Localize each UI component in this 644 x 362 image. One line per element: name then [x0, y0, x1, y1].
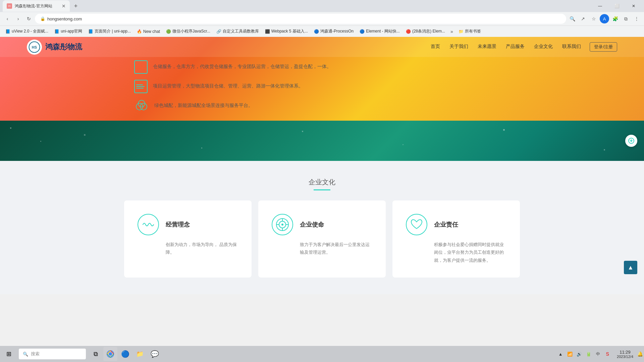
- feature-list: 仓储服务，仓库方方，代收货仓储服务，专业团队运营，仓储管运，盈提仓配，一体。 项…: [0, 57, 644, 121]
- tray-battery-icon[interactable]: 🔋: [585, 350, 593, 358]
- teal-stars: [0, 121, 644, 161]
- card-title-mission: 企业使命: [300, 221, 324, 229]
- close-button[interactable]: ✕: [626, 1, 641, 11]
- culture-card-mission: 企业使命 致力于为客户解决最后一公里发达运输及管理运营。: [258, 200, 386, 278]
- bookmark-tools[interactable]: 🔗 自定义工具函数教库: [214, 27, 262, 36]
- card-text-responsibility: 积极参与社会爱心捐赠同时提供就业岗位，业平台努力为员工创造更好的就，为客户提供一…: [406, 241, 506, 264]
- scroll-top-button[interactable]: ▲: [624, 261, 637, 274]
- bookmark-newchat[interactable]: 🔥 New chat: [134, 27, 163, 36]
- wechat-taskbar-icon[interactable]: 💬: [148, 347, 162, 361]
- notification-button[interactable]: 🔔: [636, 346, 644, 362]
- clock[interactable]: 11:29 2023/12/4: [614, 350, 636, 359]
- active-tab[interactable]: H 鸿森彤物流-官方网站 ✕: [3, 0, 70, 12]
- address-input[interactable]: 🔒 hongsentong.com: [35, 14, 566, 24]
- minimize-button[interactable]: —: [592, 1, 608, 11]
- tray-network-icon[interactable]: 📶: [566, 350, 574, 358]
- clock-time: 11:29: [617, 350, 633, 355]
- nav-vision[interactable]: 未来愿景: [477, 42, 497, 52]
- tray-volume-icon[interactable]: 🔊: [575, 350, 583, 358]
- bookmark-uview[interactable]: 📘 uView 2.0 - 全面赋...: [3, 27, 51, 36]
- system-tray: ▲ 📶 🔊 🔋 中 S: [554, 350, 614, 358]
- list-line-3: [136, 88, 144, 88]
- nav-culture[interactable]: 企业文化: [533, 42, 553, 52]
- feature-item-3: 绿色城配，新能源城配全场景连接与服务平台。: [134, 99, 510, 114]
- nav-about[interactable]: 关于我们: [449, 42, 469, 52]
- login-register-button[interactable]: 登录/注册: [590, 42, 617, 52]
- title-bar: H 鸿森彤物流-官方网站 ✕ + — ⬜ ✕: [0, 0, 644, 12]
- card-header-responsibility: 企业责任: [406, 214, 506, 235]
- bookmark-page-favicon: 📘: [88, 29, 93, 34]
- nav-links: 首页 关于我们 未来愿景 产品服务 企业文化 联系我们 登录/注册: [430, 42, 617, 52]
- task-view-button[interactable]: ⧉: [89, 347, 103, 361]
- bookmark-newchat-favicon: 🔥: [137, 29, 142, 34]
- taskbar-search-icon: 🔍: [23, 352, 28, 357]
- menu-icon[interactable]: ⋮: [632, 14, 641, 23]
- chrome-taskbar-icon[interactable]: [103, 347, 117, 361]
- nav-contact[interactable]: 联系我们: [561, 42, 582, 52]
- card-header-mission: 企业使命: [272, 214, 372, 235]
- bookmark-webpack[interactable]: ⬛ Webpack 5 基础入...: [262, 27, 311, 36]
- taskbar: ⊞ 🔍 搜索 ⧉ 🔵 📁 💬 ▲ 📶 🔊 🔋 中 S 11:29 2023/12…: [0, 346, 644, 362]
- navbar: HS 鸿森彤物流 首页 关于我们 未来愿景 产品服务 企业文化 联系我们 登录/…: [0, 37, 644, 57]
- folder-taskbar-icon[interactable]: 📁: [133, 347, 147, 361]
- logo-text: 鸿森彤物流: [45, 42, 82, 52]
- section-title: 企业文化: [67, 178, 577, 187]
- bookmark-process[interactable]: 🔵 鸿森通-ProcessOn: [311, 27, 356, 36]
- tray-ime-icon[interactable]: S: [603, 350, 611, 358]
- tab-close-button[interactable]: ✕: [62, 3, 66, 9]
- bookmark-star-icon[interactable]: ☆: [589, 14, 598, 23]
- bookmark-uview-favicon: 📘: [5, 29, 10, 34]
- search-box[interactable]: 🔍 搜索: [19, 349, 86, 359]
- address-bar-row: ‹ › ↻ 🔒 hongsentong.com 🔍 ↗ ☆ A 🧩 ⧉ ⋮: [0, 12, 644, 25]
- bookmark-element-label: Element - 网站快...: [366, 28, 400, 34]
- browser-window: H 鸿森彤物流-官方网站 ✕ + — ⬜ ✕ ‹ › ↻ 🔒 hongsento…: [0, 0, 644, 37]
- bookmark-weixin[interactable]: 🟢 微信小程序JavaScr...: [163, 27, 213, 36]
- bookmark-uniapp[interactable]: 📘 uni-app官网: [52, 27, 85, 36]
- new-tab-button[interactable]: +: [71, 1, 80, 11]
- logo-area: HS 鸿森彤物流: [27, 40, 82, 55]
- bookmark-page[interactable]: 📘 页面简介 | uni-app...: [86, 27, 133, 36]
- tray-ime-zh-icon[interactable]: 中: [594, 350, 602, 358]
- bookmark-weixin-favicon: 🟢: [166, 29, 171, 34]
- lock-icon: 🔒: [40, 16, 45, 21]
- target-icon: [272, 214, 293, 235]
- bookmark-process-label: 鸿森通-ProcessOn: [320, 28, 354, 34]
- nav-home[interactable]: 首页: [430, 42, 441, 52]
- more-bookmarks-button[interactable]: »: [448, 27, 455, 36]
- bookmarks-folder[interactable]: 📁 所有书签: [456, 27, 484, 36]
- start-button[interactable]: ⊞: [0, 346, 17, 362]
- float-action-button[interactable]: [625, 135, 637, 147]
- tray-up-arrow-icon[interactable]: ▲: [556, 350, 565, 358]
- forward-button[interactable]: ›: [13, 14, 23, 23]
- website-content: HS 鸿森彤物流 首页 关于我们 未来愿景 产品服务 企业文化 联系我们 登录/…: [0, 37, 644, 294]
- search-icon[interactable]: 🔍: [568, 14, 577, 23]
- feature-icon-circles: [134, 99, 149, 114]
- svg-point-16: [109, 352, 112, 356]
- feature-text-3: 绿色城配，新能源城配全场景连接与服务平台。: [154, 99, 253, 109]
- svg-text:HS: HS: [32, 45, 37, 49]
- bookmark-element[interactable]: 🔵 Element - 网站快...: [357, 27, 402, 36]
- card-header-philosophy: 经营理念: [138, 214, 238, 235]
- bookmark-process-favicon: 🔵: [314, 29, 319, 34]
- maximize-button[interactable]: ⬜: [609, 1, 625, 11]
- bookmark-weixin-label: 微信小程序JavaScr...: [172, 28, 210, 34]
- svg-point-4: [138, 100, 145, 107]
- top-section: HS 鸿森彤物流 首页 关于我们 未来愿景 产品服务 企业文化 联系我们 登录/…: [0, 37, 644, 121]
- reload-button[interactable]: ↻: [24, 14, 34, 23]
- share-icon[interactable]: ↗: [578, 14, 588, 23]
- list-line-1: [136, 84, 143, 85]
- edge-taskbar-icon[interactable]: 🔵: [118, 347, 132, 361]
- bookmark-uniapp-favicon: 📘: [54, 29, 59, 34]
- profile-icon[interactable]: A: [600, 14, 609, 23]
- tab-favicon: H: [7, 3, 12, 9]
- bookmark-uniapp-label: uni-app官网: [61, 28, 82, 34]
- bookmark-webpack-label: Webpack 5 基础入...: [271, 28, 308, 34]
- split-icon[interactable]: ⧉: [621, 14, 631, 23]
- back-button[interactable]: ‹: [3, 14, 12, 23]
- section-title-wrap: 企业文化: [67, 178, 577, 190]
- section-underline: [314, 189, 330, 190]
- extensions-icon[interactable]: 🧩: [610, 14, 620, 23]
- bookmark-element2[interactable]: 🔴 (28条消息) Elem...: [403, 27, 448, 36]
- nav-products[interactable]: 产品服务: [505, 42, 525, 52]
- logo-icon: HS: [27, 40, 42, 55]
